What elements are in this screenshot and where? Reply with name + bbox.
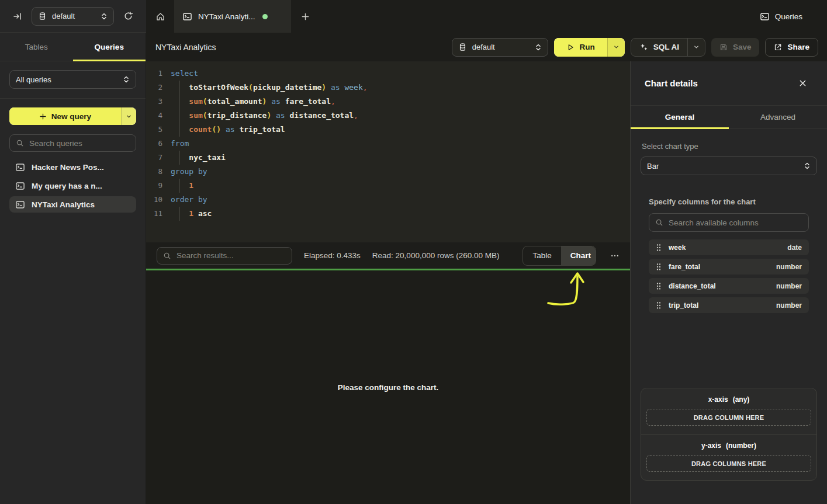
share-icon [774,43,782,51]
run-database-value: default [472,43,530,51]
line-number: 2 [146,81,162,95]
run-button[interactable]: Run [554,38,625,57]
database-selector[interactable]: default [32,7,114,26]
database-selector-value: default [52,12,95,20]
line-number: 7 [146,151,162,165]
drag-handle-icon [656,282,662,290]
query-search-input[interactable] [29,139,130,148]
save-label: Save [733,43,752,51]
panel-title: Chart details [645,78,698,88]
queries-panel-button[interactable]: Queries [753,0,827,33]
sql-ai-button[interactable]: SQL AI [631,38,705,57]
column-pill-week[interactable]: weekdate [649,239,809,255]
tab-general[interactable]: General [631,106,729,128]
code-line[interactable]: 11 1 asc [146,207,630,221]
y-axis-drop-zone[interactable]: DRAG COLUMNS HERE [646,455,811,472]
run-options-dropdown[interactable] [607,38,625,57]
code-line[interactable]: 6from [146,137,630,151]
code-line[interactable]: 4 sum(trip_distance) as distance_total, [146,109,630,123]
tab-tables[interactable]: Tables [0,33,73,61]
collapse-sidebar-icon [13,12,22,21]
column-name: distance_total [669,282,769,290]
code-lines: 1select2 toStartOfWeek(pickup_datetime) … [146,67,630,221]
query-console-icon [15,162,25,172]
code-line[interactable]: 5 count() as trip_total [146,123,630,137]
line-number: 6 [146,137,162,151]
code-line[interactable]: 2 toStartOfWeek(pickup_datetime) as week… [146,81,630,95]
results-search-input[interactable] [177,251,286,260]
column-pill-fare_total[interactable]: fare_totalnumber [649,259,809,274]
ellipsis-icon [610,251,620,260]
code-line[interactable]: 8group by [146,165,630,179]
chart-type-selector[interactable]: Bar [641,157,817,175]
code-line[interactable]: 1select [146,67,630,81]
database-icon [458,43,467,51]
sql-ai-dropdown[interactable] [687,39,705,56]
plus-icon [301,12,310,21]
chevron-updown-icon [123,75,130,84]
query-console-icon [15,181,25,191]
code-line[interactable]: 7 nyc_taxi [146,151,630,165]
run-label: Run [580,43,595,51]
new-query-label: New query [51,112,91,121]
tab-strip: NYTaxi Analyti... Queries [146,0,827,33]
chart-empty-message: Please configure the chart. [338,383,439,392]
share-button[interactable]: Share [765,38,818,57]
home-button[interactable] [146,0,174,33]
code-line[interactable]: 9 1 [146,179,630,193]
collapse-sidebar-button[interactable] [11,9,25,23]
tab-queries[interactable]: Queries [73,33,146,61]
search-icon [163,252,171,260]
line-number: 8 [146,165,162,179]
run-database-selector[interactable]: default [452,38,548,57]
more-options-button[interactable] [608,249,622,263]
indent-guide [179,179,180,193]
results-toolbar: Elapsed: 0.433s Read: 20,000,000 rows (2… [146,242,630,269]
queries-button-label: Queries [775,12,802,21]
column-pill-trip_total[interactable]: trip_totalnumber [649,297,809,313]
sidebar: Tables Queries All queries N [0,33,146,504]
elapsed-time: Elapsed: 0.433s [304,251,361,260]
save-button[interactable]: Save [711,38,760,57]
chevron-down-icon [613,44,620,50]
column-type: number [776,263,802,271]
query-header: NYTaxi Analytics default Run [146,33,827,61]
sidebar-item-query[interactable]: Hacker News Pos... [9,159,136,175]
sql-editor[interactable]: 1select2 toStartOfWeek(pickup_datetime) … [146,61,630,242]
tab-advanced[interactable]: Advanced [729,106,827,128]
sidebar-item-query[interactable]: NYTaxi Analytics [9,196,136,213]
refresh-icon [123,11,133,21]
y-axis-type-hint: (number) [726,442,756,450]
close-panel-button[interactable] [796,77,809,90]
share-label: Share [787,43,809,51]
line-number: 11 [146,207,162,221]
available-columns-list: weekdatefare_totalnumberdistance_totalnu… [649,239,809,313]
line-number: 9 [146,179,162,193]
tab-table-view[interactable]: Table [523,246,560,265]
code-line[interactable]: 3 sum(total_amount) as fare_total, [146,95,630,109]
indent-guide [179,81,180,95]
new-query-button[interactable]: New query [9,107,136,125]
line-number: 5 [146,123,162,137]
column-pill-distance_total[interactable]: distance_totalnumber [649,278,809,294]
query-list: Hacker News Pos...My query has a n...NYT… [0,159,146,213]
x-axis-drop-zone[interactable]: DRAG COLUMN HERE [646,409,811,426]
y-axis-label: y-axis [701,442,721,450]
chart-type-value: Bar [647,162,798,171]
refresh-button[interactable] [121,9,136,23]
query-filter-selector[interactable]: All queries [9,70,136,89]
columns-search-box [649,213,809,232]
query-name: NYTaxi Analytics [32,200,95,209]
play-icon [566,43,575,51]
new-query-dropdown[interactable] [121,107,136,125]
code-line[interactable]: 10order by [146,193,630,207]
columns-search-input[interactable] [669,218,802,227]
search-icon [655,218,663,227]
sidebar-item-query[interactable]: My query has a n... [9,178,136,194]
tab-chart-view[interactable]: Chart [561,246,596,265]
chart-details-panel: Chart details General Advanced Select ch… [630,61,827,504]
indent-guide [179,151,180,165]
tab-nytaxi-analytics[interactable]: NYTaxi Analyti... [174,0,291,33]
new-tab-button[interactable] [291,0,319,33]
query-filter-section: All queries [0,61,146,99]
